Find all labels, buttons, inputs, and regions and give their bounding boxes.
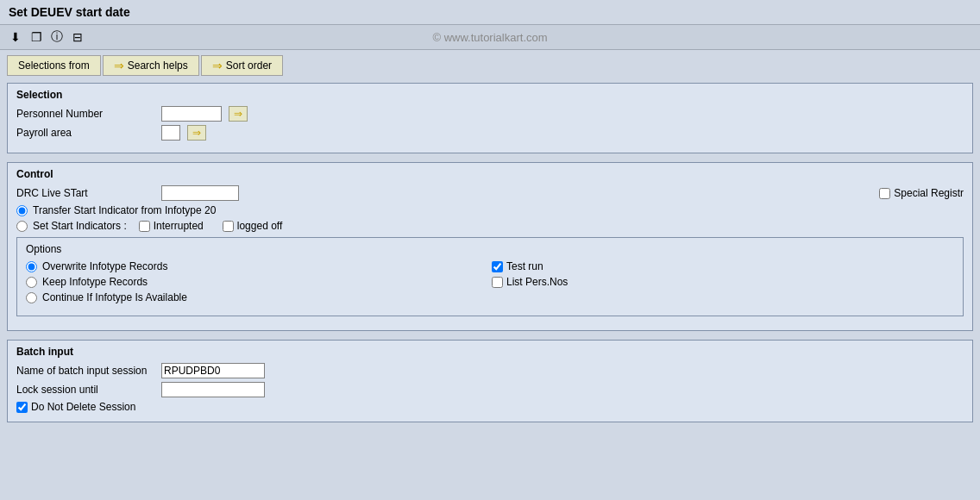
- tab-bar: Selections from ⇒ Search helps ⇒ Sort or…: [0, 50, 980, 76]
- options-title: Options: [26, 243, 954, 255]
- list-pers-nos-checkbox[interactable]: [492, 277, 503, 288]
- payroll-area-input[interactable]: [161, 125, 180, 141]
- radio-continue-row: Continue If Infotype Is Available: [26, 291, 488, 303]
- special-registr-checkbox[interactable]: [879, 188, 890, 199]
- interrupted-checkbox[interactable]: [139, 221, 150, 232]
- radio-keep-label: Keep Infotype Records: [42, 276, 148, 288]
- selection-section: Selection Personnel Number ⇒ Payroll are…: [7, 83, 973, 153]
- radio-overwrite-row: Overwrite Infotype Records: [26, 260, 488, 272]
- list-pers-nos-row: List Pers.Nos: [492, 276, 954, 288]
- toolbar: ⬇ ❐ ⓘ ⊟ © www.tutorialkart.com: [0, 25, 980, 50]
- toolbar-icon-4[interactable]: ⊟: [69, 28, 86, 46]
- special-registr-row: Special Registr: [879, 187, 964, 199]
- interrupted-row: Interrupted: [139, 220, 204, 232]
- personnel-number-label: Personnel Number: [16, 108, 154, 120]
- radio-overwrite-label: Overwrite Infotype Records: [42, 260, 167, 272]
- selection-title: Selection: [16, 89, 964, 101]
- lock-session-input[interactable]: [161, 382, 265, 397]
- toolbar-icon-1[interactable]: ⬇: [7, 28, 24, 46]
- radio-keep-row: Keep Infotype Records: [26, 276, 488, 288]
- test-run-label: Test run: [506, 260, 543, 272]
- transfer-indicator-row: Transfer Start Indicator from Infotype 2…: [16, 204, 964, 216]
- radio-keep[interactable]: [26, 277, 37, 288]
- tab-search-helps-arrow: ⇒: [114, 59, 124, 72]
- tab-sort-order-arrow: ⇒: [212, 59, 223, 72]
- page-title: Set DEUEV start date: [9, 5, 130, 19]
- main-content: Selection Personnel Number ⇒ Payroll are…: [0, 76, 980, 494]
- do-not-delete-row: Do Not Delete Session: [16, 401, 964, 413]
- logged-off-checkbox[interactable]: [223, 221, 234, 232]
- transfer-indicator-radio[interactable]: [16, 205, 28, 216]
- payroll-area-label: Payroll area: [16, 127, 154, 139]
- lock-session-row: Lock session until: [16, 382, 964, 397]
- personnel-number-arrow-btn[interactable]: ⇒: [229, 106, 248, 122]
- toolbar-icon-2[interactable]: ❐: [28, 28, 45, 46]
- control-section: Control DRC Live STart Special Registr T…: [7, 162, 973, 331]
- set-indicators-label: Set Start Indicators :: [33, 220, 127, 232]
- do-not-delete-checkbox[interactable]: [16, 402, 28, 413]
- toolbar-icon-3[interactable]: ⓘ: [48, 28, 66, 46]
- drc-input[interactable]: [161, 185, 239, 201]
- radio-overwrite[interactable]: [26, 261, 37, 272]
- radio-options-col: Overwrite Infotype Records Keep Infotype…: [26, 260, 488, 307]
- payroll-area-row: Payroll area ⇒: [16, 125, 964, 141]
- checkbox-options-col: Test run List Pers.Nos: [492, 260, 954, 307]
- batch-session-input[interactable]: [161, 363, 265, 378]
- drc-row: DRC Live STart Special Registr: [16, 185, 964, 201]
- tab-selections-from[interactable]: Selections from: [7, 55, 101, 76]
- personnel-number-row: Personnel Number ⇒: [16, 106, 964, 122]
- tab-selections-from-label: Selections from: [18, 59, 90, 72]
- do-not-delete-label: Do Not Delete Session: [31, 401, 135, 413]
- drc-label: DRC Live STart: [16, 187, 154, 199]
- logged-off-label: logged off: [237, 220, 283, 232]
- tab-sort-order[interactable]: ⇒ Sort order: [201, 55, 283, 76]
- set-indicators-row: Set Start Indicators : Interrupted logge…: [16, 220, 964, 232]
- test-run-checkbox[interactable]: [492, 261, 503, 272]
- personnel-number-input[interactable]: [161, 106, 222, 122]
- batch-session-label: Name of batch input session: [16, 365, 154, 377]
- options-grid: Overwrite Infotype Records Keep Infotype…: [26, 260, 954, 307]
- tab-search-helps[interactable]: ⇒ Search helps: [103, 55, 199, 76]
- list-pers-nos-label: List Pers.Nos: [506, 276, 568, 288]
- batch-session-row: Name of batch input session: [16, 363, 964, 378]
- transfer-indicator-label: Transfer Start Indicator from Infotype 2…: [33, 204, 216, 216]
- tab-search-helps-label: Search helps: [128, 59, 188, 72]
- logged-off-row: logged off: [223, 220, 283, 232]
- lock-session-label: Lock session until: [16, 384, 154, 396]
- tab-sort-order-label: Sort order: [226, 59, 272, 72]
- set-indicators-radio[interactable]: [16, 221, 28, 232]
- radio-continue[interactable]: [26, 292, 37, 303]
- interrupted-label: Interrupted: [154, 220, 204, 232]
- batch-input-section: Batch input Name of batch input session …: [7, 340, 973, 422]
- watermark: © www.tutorialkart.com: [432, 31, 547, 44]
- control-title: Control: [16, 168, 964, 180]
- batch-input-title: Batch input: [16, 346, 964, 358]
- title-bar: Set DEUEV start date: [0, 0, 980, 25]
- test-run-row: Test run: [492, 260, 954, 272]
- payroll-area-arrow-btn[interactable]: ⇒: [187, 125, 206, 141]
- special-registr-label: Special Registr: [894, 187, 964, 199]
- radio-continue-label: Continue If Infotype Is Available: [42, 291, 187, 303]
- options-box: Options Overwrite Infotype Records Keep …: [16, 237, 964, 316]
